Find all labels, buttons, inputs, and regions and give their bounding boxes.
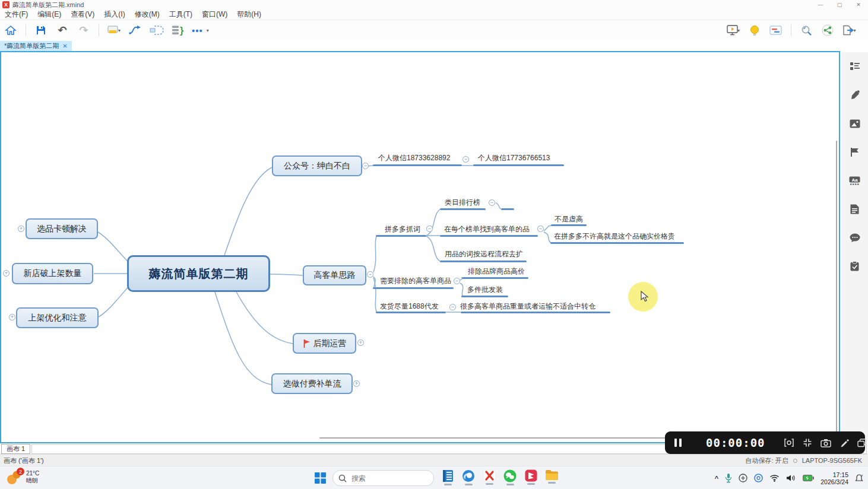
subtopic-queshi[interactable]: 在拼多多不许高就是这个品确实价格贵 xyxy=(554,232,675,240)
taskbar-app-explorer[interactable] xyxy=(544,469,559,487)
subtopic-pinduoduo[interactable]: 拼多多抓词 xyxy=(385,225,420,233)
window-mode-button[interactable] xyxy=(857,439,867,447)
topic-gongzhonghao[interactable]: 公众号：绅白不白 xyxy=(272,155,362,176)
subtopic-weixin1[interactable]: 个人微信18733628892 xyxy=(378,154,450,162)
notes-panel-button[interactable] xyxy=(849,203,861,215)
collapse-button-bangdan[interactable] xyxy=(537,226,544,232)
taskbar-app-browser[interactable] xyxy=(461,469,476,487)
status-bar: 画布 ('画布 1') 自动保存: 开启 LAPTOP-9SG565FK xyxy=(0,454,868,466)
central-topic-label: 薅流简单版第二期 xyxy=(149,266,249,282)
speaker-icon[interactable] xyxy=(786,474,796,482)
topic-label: 高客单思路 xyxy=(314,270,356,281)
subtopic-buxu[interactable]: 不是虚高 xyxy=(555,215,583,223)
wifi-icon[interactable] xyxy=(769,474,780,482)
pause-button[interactable] xyxy=(674,439,682,447)
mouse-cursor xyxy=(639,291,650,305)
weather-temp: 21°C xyxy=(26,470,39,477)
image-panel-button[interactable] xyxy=(849,118,861,129)
expand-button-xindian[interactable] xyxy=(3,270,9,277)
taskbar-app-wechat[interactable] xyxy=(503,469,517,487)
clock-date: 2026/3/24 xyxy=(821,478,848,485)
window-copy-icon xyxy=(857,439,867,447)
sheet-tab-canvas1[interactable]: 画布 1 xyxy=(1,444,30,454)
topic-xuanzuo[interactable]: 选做付费补单流 xyxy=(271,373,353,394)
topic-xindian[interactable]: 新店破上架数量 xyxy=(12,263,93,284)
sync-status-icon xyxy=(793,459,797,463)
subtopic-pinpai[interactable]: 排除品牌商品高价 xyxy=(468,267,525,275)
topic-houqi[interactable]: 后期运营 xyxy=(293,333,356,354)
tray-app-icon[interactable] xyxy=(754,474,763,482)
collapse-button-leimu[interactable] xyxy=(489,199,495,206)
comments-panel-button[interactable] xyxy=(849,231,861,243)
expand-button-houqi[interactable] xyxy=(357,339,364,346)
battery-icon xyxy=(803,475,814,481)
taskbar-search[interactable] xyxy=(332,470,434,486)
subtopic-fahuo[interactable]: 发货尽量1688代发 xyxy=(380,302,439,310)
taskbar-clock[interactable]: 17:15 2026/3/24 xyxy=(821,471,848,485)
notification-bell-icon[interactable]: z xyxy=(855,474,863,482)
topic-line xyxy=(461,296,508,297)
search-input[interactable] xyxy=(350,474,418,483)
subtopic-duojian[interactable]: 多件批发装 xyxy=(467,285,503,294)
collapse-button-fahuo[interactable] xyxy=(449,304,456,310)
taskbar-app-notes[interactable] xyxy=(441,469,455,487)
topic-label: 后期运营 xyxy=(313,338,347,349)
wechat-app-icon xyxy=(503,469,517,482)
collapse-button-pinduoduo[interactable] xyxy=(426,226,433,232)
subtopic-yunshu[interactable]: 很多高客单商品重量或者运输不适合中转仓 xyxy=(460,302,595,310)
mindmap-connectors xyxy=(0,0,868,489)
format-panel-button[interactable] xyxy=(849,61,861,72)
windows-logo-icon xyxy=(315,472,326,484)
recording-timer: 00:00:00 xyxy=(706,436,765,449)
microphone-icon[interactable] xyxy=(725,473,732,483)
sheet-tab-label: 画布 1 xyxy=(7,444,25,453)
draw-button[interactable] xyxy=(840,438,849,447)
screen-recorder-bar: 00:00:00 xyxy=(665,431,865,454)
vertical-scrollbar[interactable] xyxy=(836,141,837,433)
svg-text:Aa: Aa xyxy=(851,177,858,182)
topic-line xyxy=(462,277,528,279)
camera-icon xyxy=(821,439,831,447)
shrink-button[interactable] xyxy=(803,438,812,447)
tray-expand-chevron[interactable]: ^ xyxy=(715,475,718,482)
collapse-button-gaokedan[interactable] xyxy=(367,271,373,278)
topic-shangjia[interactable]: 上架优化和注意 xyxy=(16,307,99,328)
topic-label: 选品卡顿解决 xyxy=(37,224,87,234)
central-topic[interactable]: 薅流简单版第二期 xyxy=(127,255,270,292)
start-button[interactable] xyxy=(315,472,326,484)
status-canvas-label: 画布 ('画布 1') xyxy=(4,456,44,465)
subtopic-weixin2[interactable]: 个人微信17736766513 xyxy=(478,154,550,162)
screenshot-button[interactable] xyxy=(821,439,831,447)
subtopic-paichu[interactable]: 需要排除的高客单商品 xyxy=(380,277,451,285)
clock-time: 17:15 xyxy=(821,471,848,478)
tasks-panel-button[interactable] xyxy=(849,260,861,272)
topic-gaokedan[interactable]: 高客单思路 xyxy=(303,265,366,285)
topic-xuanpin[interactable]: 选品卡顿解决 xyxy=(26,218,98,239)
subtopic-yongpin[interactable]: 用品的词按远程流程去扩 xyxy=(445,250,523,258)
topic-line xyxy=(376,235,426,237)
collapse-button-weixin1[interactable] xyxy=(462,156,469,163)
expand-button-xuanzuo[interactable] xyxy=(353,380,360,387)
ime-icon[interactable] xyxy=(739,474,747,482)
taskbar-app-media[interactable] xyxy=(524,469,538,487)
collapse-button-paichu[interactable] xyxy=(454,278,460,284)
subtopic-bangdan[interactable]: 在每个榜单找到高客单的品 xyxy=(444,225,530,233)
collapse-button-gongzhonghao[interactable] xyxy=(362,163,369,169)
search-icon xyxy=(338,474,347,482)
device-name: LAPTOP-9SG565FK xyxy=(802,457,862,464)
region-select-button[interactable] xyxy=(784,438,794,447)
windows-taskbar: 2 21°C 晴朗 xyxy=(0,466,868,489)
media-app-icon xyxy=(525,469,537,482)
taskbar-app-xmind[interactable] xyxy=(482,469,496,487)
topic-line xyxy=(376,312,446,313)
marker-panel-button[interactable] xyxy=(849,146,861,158)
weather-widget[interactable]: 2 21°C 晴朗 xyxy=(6,469,39,485)
shrink-icon xyxy=(803,438,812,447)
label-panel-button[interactable]: Aa xyxy=(849,174,861,186)
expand-button-xuanpin[interactable] xyxy=(18,226,24,232)
subtopic-leimu[interactable]: 类目排行榜 xyxy=(445,198,480,207)
outline-format-icon xyxy=(850,62,860,71)
style-panel-button[interactable] xyxy=(849,89,861,101)
expand-button-shangjia[interactable] xyxy=(9,314,15,320)
topic-line xyxy=(473,164,564,166)
